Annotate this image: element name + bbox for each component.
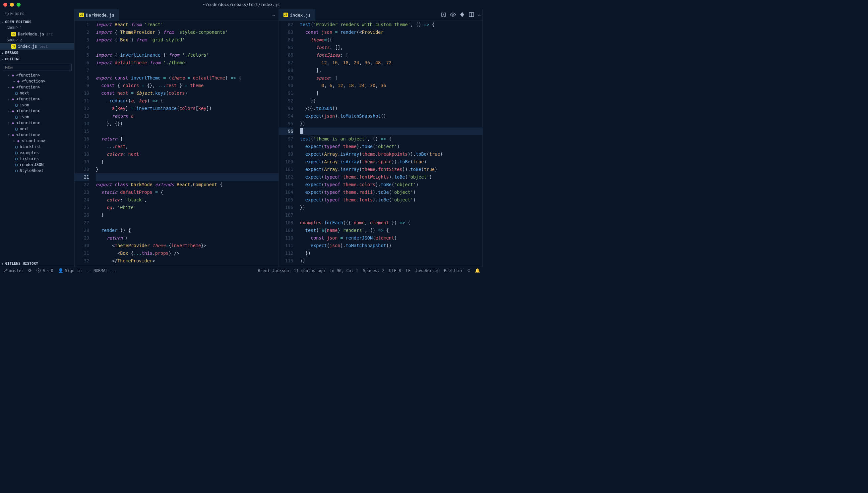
outline-item[interactable]: ▾◈<function> <box>0 72 74 78</box>
code-left[interactable]: import React from 'react'import { ThemeP… <box>93 21 278 267</box>
outline-item[interactable]: ▢renderJSON <box>0 162 74 168</box>
expand-icon: ▾ <box>8 98 9 101</box>
variable-icon: ▢ <box>15 145 18 149</box>
more-icon[interactable]: ⋯ <box>272 13 275 18</box>
outline-item[interactable]: ▢next <box>0 90 74 96</box>
outline-item[interactable]: ▢json <box>0 114 74 120</box>
group-1-label: GROUP 1 <box>0 25 74 31</box>
outline-label: next <box>20 91 29 95</box>
editor-pane-left: JS DarkMode.js ⋯ 12345678910111213141516… <box>75 9 279 267</box>
js-file-icon: JS <box>284 13 288 17</box>
encoding[interactable]: UTF-8 <box>389 269 401 273</box>
outline-section[interactable]: ▾ OUTLINE <box>0 56 74 62</box>
outline-list: ▾◈<function>▸◈<function>▾◈<function>▢nex… <box>0 72 74 174</box>
outline-item[interactable]: ▾◈<function> <box>0 96 74 102</box>
gutter-right: 8283848586878889909192939495969798991001… <box>279 21 297 267</box>
expand-icon: ▾ <box>8 121 9 125</box>
tab-darkmode[interactable]: JS DarkMode.js <box>75 9 119 21</box>
tab-index[interactable]: JS index.js <box>279 9 316 21</box>
explorer-label: EXPLORER <box>0 9 74 19</box>
variable-icon: ▢ <box>15 91 18 95</box>
indentation[interactable]: Spaces: 2 <box>363 269 385 273</box>
outline-label: StyleSheet <box>20 168 43 173</box>
open-editor-index[interactable]: JS index.js test <box>0 43 74 50</box>
file-dir: test <box>39 44 48 49</box>
outline-filter-input[interactable] <box>3 64 71 71</box>
outline-label: <function> <box>16 85 40 89</box>
outline-label: <function> <box>16 97 40 101</box>
feedback-icon[interactable]: ☺ <box>468 268 470 273</box>
chevron-right-icon: ▸ <box>2 262 4 265</box>
outline-item[interactable]: ▸◈<function> <box>0 138 74 144</box>
outline-label: <function> <box>16 73 40 78</box>
gitlens-label: GITLENS HISTORY <box>5 261 38 266</box>
outline-label: <function> <box>16 132 40 137</box>
prettier-status[interactable]: Prettier <box>443 269 463 273</box>
more-icon[interactable]: ⋯ <box>478 13 480 18</box>
sync-button[interactable]: ⟳ <box>28 268 32 273</box>
variable-icon: ▢ <box>15 168 18 173</box>
chevron-down-icon: ▾ <box>2 58 4 61</box>
split-editor-icon[interactable] <box>469 12 474 19</box>
outline-item[interactable]: ▾◈<function> <box>0 84 74 90</box>
svg-rect-0 <box>442 13 443 16</box>
code-area-right[interactable]: 8283848586878889909192939495969798991001… <box>279 21 483 267</box>
cursor-position[interactable]: Ln 96, Col 1 <box>330 269 358 273</box>
outline-item[interactable]: ▢examples <box>0 150 74 156</box>
branch-icon: ⎇ <box>3 268 8 273</box>
compare-changes-icon[interactable] <box>441 12 447 19</box>
gitlens-section[interactable]: ▸ GITLENS HISTORY <box>0 260 74 267</box>
open-editor-darkmode[interactable]: JS DarkMode.js src <box>0 31 74 38</box>
outline-item[interactable]: ▢next <box>0 126 74 132</box>
git-branch[interactable]: ⎇ master <box>3 268 23 273</box>
function-icon: ◈ <box>12 73 14 78</box>
vim-mode: -- NORMAL -- <box>86 269 115 273</box>
js-file-icon: JS <box>11 32 16 37</box>
outline-item[interactable]: ▢StyleSheet <box>0 168 74 174</box>
file-name: DarkMode.js <box>18 32 44 37</box>
warning-count: 0 <box>51 269 53 273</box>
variable-icon: ▢ <box>15 115 18 119</box>
outline-label: examples <box>20 150 39 155</box>
gitlens-blame[interactable]: Brent Jackson, 11 months ago <box>258 269 325 273</box>
svg-point-1 <box>452 14 454 15</box>
language-mode[interactable]: JavaScript <box>415 269 439 273</box>
outline-item[interactable]: ▾◈<function> <box>0 120 74 126</box>
eye-icon[interactable] <box>450 12 456 19</box>
outline-label: renderJSON <box>20 162 43 167</box>
code-right[interactable]: test('Provider renders with custom theme… <box>297 21 483 267</box>
variable-icon: ▢ <box>15 156 18 161</box>
warning-icon: ⚠ <box>47 268 49 273</box>
function-icon: ◈ <box>17 79 19 84</box>
editor-group: JS DarkMode.js ⋯ 12345678910111213141516… <box>75 9 483 267</box>
tab-label: DarkMode.js <box>86 13 115 18</box>
outline-item[interactable]: ▸◈<function> <box>0 78 74 84</box>
function-icon: ◈ <box>12 121 14 125</box>
outline-item[interactable]: ▢fixtures <box>0 156 74 162</box>
variable-icon: ▢ <box>15 162 18 167</box>
editor-pane-right: JS index.js ⋯ <box>279 9 483 267</box>
outline-item[interactable]: ▢json <box>0 102 74 108</box>
open-editors-section[interactable]: ▾ OPEN EDITORS <box>0 19 74 25</box>
function-icon: ◈ <box>12 85 14 89</box>
rebass-section[interactable]: ▸ REBASS <box>0 50 74 56</box>
diff-icon[interactable] <box>459 12 465 19</box>
outline-item[interactable]: ▢blacklist <box>0 144 74 150</box>
problems[interactable]: ⓧ0 ⚠0 <box>37 268 53 274</box>
function-icon: ◈ <box>12 132 14 137</box>
outline-label: <function> <box>16 109 40 113</box>
tabs-left: JS DarkMode.js ⋯ <box>75 9 278 21</box>
variable-icon: ▢ <box>15 103 18 107</box>
error-icon: ⓧ <box>37 268 41 274</box>
signin-button[interactable]: 👤 Sign in <box>58 268 82 273</box>
variable-icon: ▢ <box>15 150 18 155</box>
outline-label: <function> <box>16 121 40 125</box>
eol[interactable]: LF <box>406 269 411 273</box>
bell-icon[interactable]: 🔔 <box>475 268 480 273</box>
outline-item[interactable]: ▾◈<function> <box>0 132 74 138</box>
file-dir: src <box>46 32 53 37</box>
outline-item[interactable]: ▾◈<function> <box>0 108 74 114</box>
code-area-left[interactable]: 1234567891011121314151617181920212223242… <box>75 21 278 267</box>
window-title: ~/code/docs/rebass/test/index.js <box>0 2 483 7</box>
group-2-label: GROUP 2 <box>0 38 74 43</box>
